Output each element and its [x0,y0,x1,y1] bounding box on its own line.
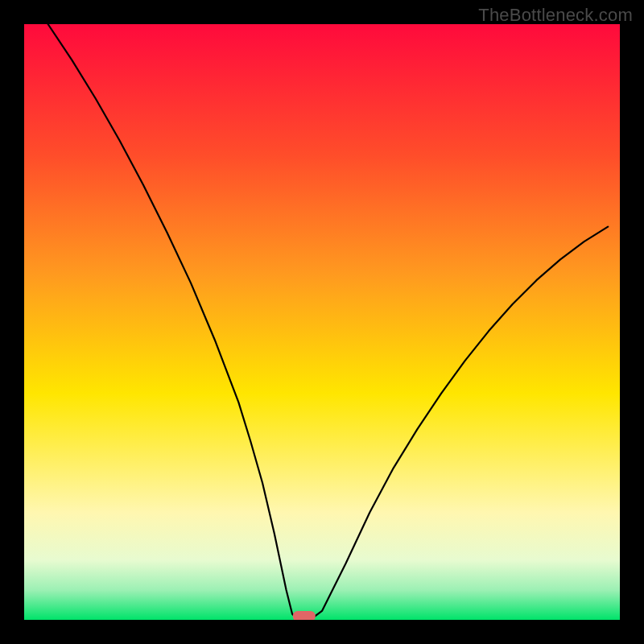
chart-svg [24,24,620,620]
gradient-background [24,24,620,620]
plot-area [24,24,620,620]
watermark: TheBottleneck.com [478,5,633,26]
minimum-marker [293,611,316,620]
chart-frame: TheBottleneck.com [0,0,644,644]
